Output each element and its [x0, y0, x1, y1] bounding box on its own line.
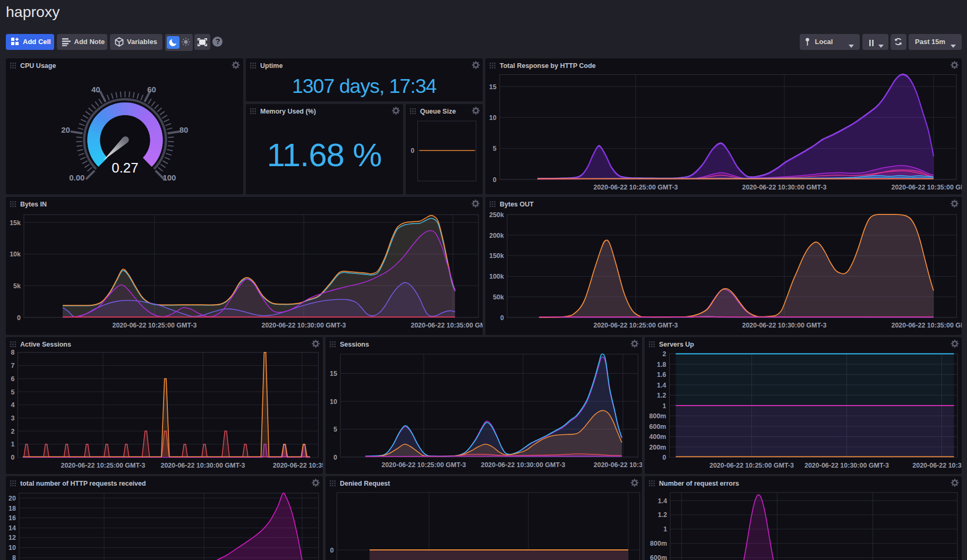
- svg-text:2020-06-22 10:25:00 GMT-3: 2020-06-22 10:25:00 GMT-3: [593, 322, 678, 329]
- svg-text:Uptime: Uptime: [260, 62, 283, 70]
- svg-text:0: 0: [330, 547, 334, 554]
- svg-text:Total Response by HTTP Code: Total Response by HTTP Code: [500, 62, 596, 70]
- svg-text:1: 1: [662, 402, 666, 409]
- svg-text:100k: 100k: [489, 273, 504, 280]
- svg-text:CPU Usage: CPU Usage: [20, 62, 56, 70]
- svg-text:2020-06-22 10:30:00 GMT-3: 2020-06-22 10:30:00 GMT-3: [160, 461, 245, 469]
- svg-text:1: 1: [11, 441, 15, 448]
- svg-text:Bytes OUT: Bytes OUT: [500, 201, 534, 208]
- svg-text:8: 8: [11, 349, 15, 356]
- svg-text:15k: 15k: [10, 219, 21, 227]
- svg-text:18: 18: [8, 505, 16, 512]
- svg-text:2020-06-22 10:35:0: 2020-06-22 10:35:0: [273, 461, 323, 469]
- svg-text:15: 15: [330, 370, 337, 377]
- svg-text:12: 12: [8, 534, 16, 541]
- svg-text:40: 40: [91, 85, 100, 94]
- svg-text:10: 10: [330, 398, 337, 405]
- svg-text:5: 5: [333, 426, 337, 433]
- svg-text:Denied Request: Denied Request: [340, 480, 390, 487]
- svg-text:0.00: 0.00: [69, 173, 84, 182]
- svg-text:1.2: 1.2: [657, 511, 666, 519]
- svg-text:Number of request errors: Number of request errors: [659, 480, 739, 487]
- svg-text:Servers Up: Servers Up: [659, 341, 694, 348]
- svg-text:2020-06-22 10:25:00 GMT-3: 2020-06-22 10:25:00 GMT-3: [709, 461, 793, 469]
- svg-text:10: 10: [8, 544, 16, 552]
- svg-text:2020-06-22 10:30:00 GMT-3: 2020-06-22 10:30:00 GMT-3: [261, 322, 346, 329]
- svg-text:5: 5: [11, 388, 15, 395]
- svg-text:0: 0: [410, 147, 414, 154]
- svg-text:60: 60: [147, 85, 156, 94]
- svg-text:3: 3: [11, 414, 15, 421]
- svg-text:2020-06-22 10:35:0: 2020-06-22 10:35:0: [912, 461, 962, 469]
- svg-text:100: 100: [162, 173, 176, 182]
- svg-text:0: 0: [333, 453, 337, 461]
- svg-text:Sessions: Sessions: [340, 341, 369, 348]
- svg-text:1: 1: [663, 525, 667, 533]
- svg-text:Bytes IN: Bytes IN: [20, 201, 47, 208]
- svg-text:0: 0: [500, 314, 504, 322]
- svg-text:0: 0: [11, 454, 15, 461]
- svg-text:600m: 600m: [650, 554, 667, 560]
- svg-text:200m: 200m: [649, 443, 666, 451]
- svg-text:800m: 800m: [650, 540, 667, 547]
- svg-text:4: 4: [11, 401, 15, 409]
- svg-text:2020-06-22 10:30:00 GMT-3: 2020-06-22 10:30:00 GMT-3: [742, 322, 826, 329]
- svg-text:total number of HTTP requests: total number of HTTP requests received: [20, 480, 146, 487]
- svg-text:10: 10: [489, 114, 497, 122]
- svg-text:Queue Size: Queue Size: [420, 108, 456, 115]
- svg-text:2020-06-22 10:35:00 GMT-3: 2020-06-22 10:35:00 GMT-3: [891, 322, 962, 329]
- svg-text:20: 20: [61, 125, 70, 134]
- svg-text:200k: 200k: [489, 232, 504, 239]
- svg-text:10k: 10k: [10, 251, 21, 258]
- svg-text:400m: 400m: [649, 433, 666, 441]
- svg-text:8: 8: [12, 554, 16, 560]
- svg-text:0: 0: [493, 176, 497, 184]
- svg-text:0: 0: [662, 454, 666, 461]
- svg-text:250k: 250k: [489, 211, 504, 219]
- svg-text:7: 7: [11, 362, 15, 369]
- svg-text:5: 5: [493, 145, 497, 152]
- svg-text:1.6: 1.6: [657, 371, 666, 378]
- svg-text:6: 6: [11, 375, 15, 382]
- svg-text:2020-06-22 10:25:00 GMT-3: 2020-06-22 10:25:00 GMT-3: [381, 461, 466, 469]
- svg-text:2020-06-22 10:30:00 GMT-3: 2020-06-22 10:30:00 GMT-3: [481, 461, 565, 469]
- svg-text:Memory Used (%): Memory Used (%): [260, 108, 316, 115]
- svg-text:1.2: 1.2: [657, 392, 666, 399]
- svg-text:2: 2: [11, 427, 15, 435]
- svg-text:2020-06-22 10:25:00 GMT-3: 2020-06-22 10:25:00 GMT-3: [593, 184, 678, 191]
- svg-text:2020-06-22 10:25:00 GMT-3: 2020-06-22 10:25:00 GMT-3: [112, 322, 196, 329]
- svg-text:800m: 800m: [649, 412, 666, 420]
- svg-text:2020-06-22 10:30:00 GMT-3: 2020-06-22 10:30:00 GMT-3: [804, 461, 888, 469]
- svg-text:Active Sessions: Active Sessions: [20, 341, 71, 348]
- svg-text:2020-06-22 10:25:00 GMT-3: 2020-06-22 10:25:00 GMT-3: [61, 461, 145, 469]
- svg-text:2020-06-22 10:30:00 GMT-3: 2020-06-22 10:30:00 GMT-3: [742, 184, 826, 191]
- svg-text:2020-06-22 10:35:0: 2020-06-22 10:35:0: [594, 461, 642, 469]
- svg-text:2: 2: [662, 350, 666, 358]
- svg-text:16: 16: [8, 514, 16, 522]
- svg-text:150k: 150k: [489, 252, 504, 260]
- svg-text:2020-06-22 10:35:00 GMT-3: 2020-06-22 10:35:00 GMT-3: [891, 184, 962, 191]
- svg-text:50k: 50k: [493, 294, 504, 301]
- svg-text:15: 15: [489, 83, 497, 91]
- svg-text:14: 14: [8, 524, 16, 532]
- svg-text:0: 0: [17, 314, 21, 322]
- svg-text:1.8: 1.8: [657, 360, 666, 368]
- svg-text:5k: 5k: [13, 282, 21, 290]
- svg-text:1.4: 1.4: [657, 381, 666, 389]
- svg-text:1.4: 1.4: [657, 497, 666, 505]
- svg-text:80: 80: [179, 125, 189, 134]
- svg-text:0.27: 0.27: [112, 160, 139, 176]
- svg-text:600m: 600m: [649, 423, 666, 430]
- svg-text:20: 20: [8, 495, 16, 502]
- svg-text:2020-06-22 10:35:00 GMT-3: 2020-06-22 10:35:00 GMT-3: [410, 322, 483, 329]
